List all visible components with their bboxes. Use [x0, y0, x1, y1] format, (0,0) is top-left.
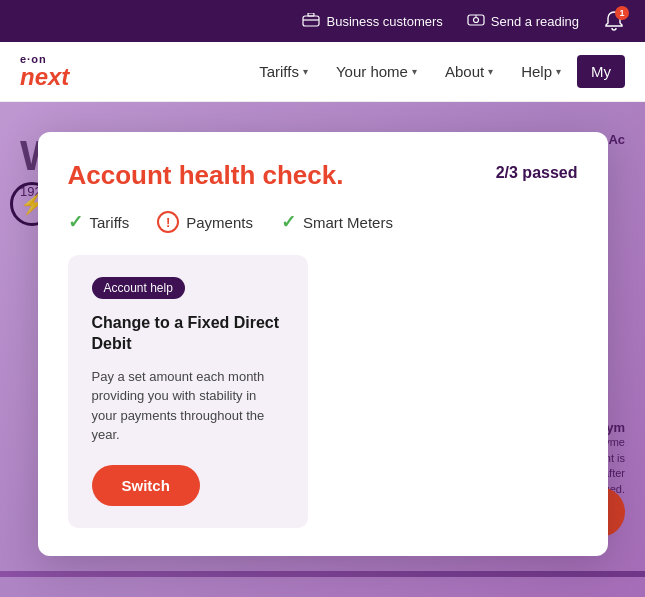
switch-button[interactable]: Switch: [92, 465, 200, 506]
your-home-chevron-icon: ▾: [412, 66, 417, 77]
nav-help[interactable]: Help ▾: [509, 55, 573, 88]
business-customers-label: Business customers: [326, 14, 442, 29]
send-reading-link[interactable]: Send a reading: [467, 13, 579, 30]
nav-about[interactable]: About ▾: [433, 55, 505, 88]
check-payments-label: Payments: [186, 214, 253, 231]
nav-your-home[interactable]: Your home ▾: [324, 55, 429, 88]
about-label: About: [445, 63, 484, 80]
modal-overlay: Account health check. 2/3 passed ✓ Tarif…: [0, 102, 645, 597]
tariffs-label: Tariffs: [259, 63, 299, 80]
meter-icon: [467, 13, 485, 30]
notifications-button[interactable]: 1: [603, 10, 625, 32]
nav-items: Tariffs ▾ Your home ▾ About ▾ Help ▾ My: [247, 55, 625, 88]
logo-next: next: [20, 65, 69, 89]
card-title: Change to a Fixed Direct Debit: [92, 313, 284, 355]
check-payments: ! Payments: [157, 211, 253, 233]
nav-my-account[interactable]: My: [577, 55, 625, 88]
svg-point-4: [473, 17, 478, 22]
help-chevron-icon: ▾: [556, 66, 561, 77]
briefcase-icon: [302, 13, 320, 30]
nav-tariffs[interactable]: Tariffs ▾: [247, 55, 320, 88]
my-label: My: [591, 63, 611, 80]
tariffs-chevron-icon: ▾: [303, 66, 308, 77]
modal-title: Account health check.: [68, 160, 344, 191]
notification-count: 1: [615, 6, 629, 20]
nav-bar: e·on next Tariffs ▾ Your home ▾ About ▾ …: [0, 42, 645, 102]
your-home-label: Your home: [336, 63, 408, 80]
modal-header: Account health check. 2/3 passed: [68, 160, 578, 191]
about-chevron-icon: ▾: [488, 66, 493, 77]
check-smart-meters-label: Smart Meters: [303, 214, 393, 231]
logo[interactable]: e·on next: [20, 54, 69, 89]
modal-checks: ✓ Tariffs ! Payments ✓ Smart Meters: [68, 211, 578, 233]
check-tariffs-label: Tariffs: [90, 214, 130, 231]
check-smart-meters-icon: ✓: [281, 211, 296, 233]
health-check-modal: Account health check. 2/3 passed ✓ Tarif…: [38, 132, 608, 556]
check-smart-meters: ✓ Smart Meters: [281, 211, 393, 233]
card-badge: Account help: [92, 277, 185, 299]
check-payments-icon: !: [157, 211, 179, 233]
check-tariffs: ✓ Tariffs: [68, 211, 130, 233]
help-label: Help: [521, 63, 552, 80]
suggestion-card: Account help Change to a Fixed Direct De…: [68, 255, 308, 528]
business-customers-link[interactable]: Business customers: [302, 13, 442, 30]
svg-rect-1: [303, 16, 319, 26]
send-reading-label: Send a reading: [491, 14, 579, 29]
card-description: Pay a set amount each month providing yo…: [92, 367, 284, 445]
top-bar: Business customers Send a reading 1: [0, 0, 645, 42]
check-tariffs-icon: ✓: [68, 211, 83, 233]
modal-passed: 2/3 passed: [496, 164, 578, 182]
